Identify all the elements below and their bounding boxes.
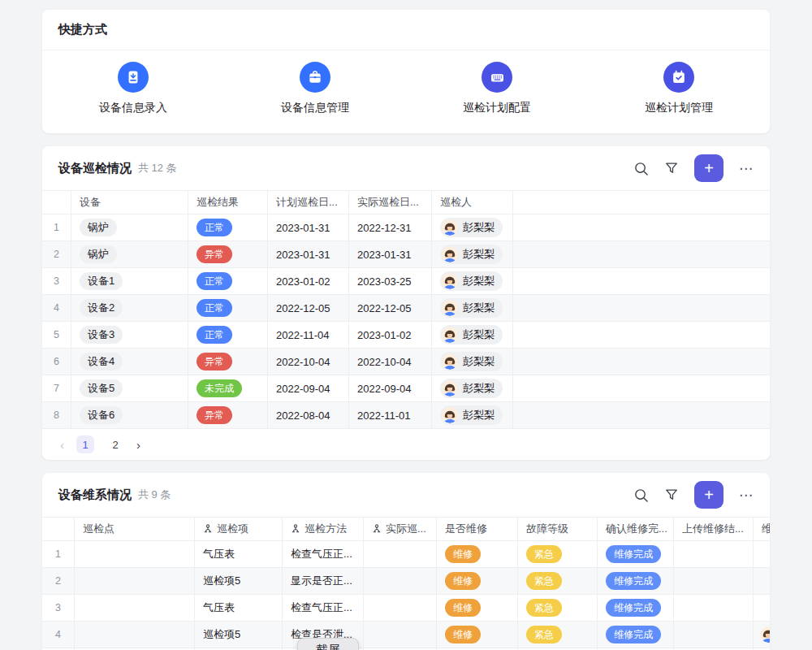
item-cell[interactable]: 气压表 (195, 595, 283, 621)
column-header-level[interactable]: 故障等级 (518, 518, 598, 540)
table-row[interactable]: 4 巡检项5 检查是否泄... 维修 紧急 维修完成 (42, 622, 770, 648)
table-row[interactable]: 6 设备4 异常 2022-10-04 2022-10-04 彭梨梨 (42, 349, 770, 375)
device-cell[interactable]: 设备5 (71, 375, 188, 401)
actual-date-cell[interactable]: 2022-12-31 (349, 214, 432, 240)
column-header-point[interactable]: 巡检点 (75, 518, 195, 540)
confirm-cell[interactable]: 维修完成 (598, 541, 674, 567)
actual-cell[interactable] (364, 568, 437, 594)
next-page-button[interactable]: › (136, 438, 140, 452)
more-button[interactable]: ⋯ (739, 487, 754, 504)
shortcut-item-device-entry[interactable]: 设备信息录入 (42, 62, 224, 115)
planned-date-cell[interactable]: 2023-01-31 (268, 214, 349, 240)
point-cell[interactable] (75, 595, 195, 621)
actual-date-cell[interactable]: 2022-09-04 (349, 375, 432, 401)
column-header-planned[interactable]: 计划巡检日... (268, 191, 349, 214)
column-header-inspector[interactable]: 巡检人 (432, 191, 513, 214)
level-cell[interactable]: 紧急 (518, 595, 598, 621)
planned-date-cell[interactable]: 2023-01-02 (268, 268, 349, 294)
column-header-actual[interactable]: 实际巡检日... (349, 191, 432, 214)
result-cell[interactable]: 正常 (188, 268, 268, 294)
device-cell[interactable]: 设备3 (71, 322, 188, 348)
item-cell[interactable]: 气压表 (195, 541, 283, 567)
confirm-cell[interactable]: 维修完成 (598, 568, 674, 594)
table-row[interactable]: 3 设备1 正常 2023-01-02 2023-03-25 彭梨梨 (42, 268, 770, 295)
column-header-upload[interactable]: 上传维修结... (674, 518, 754, 540)
result-cell[interactable]: 异常 (188, 402, 268, 428)
column-header-method[interactable]: 巡检方法 (283, 518, 364, 540)
table-row[interactable]: 1 锅炉 正常 2023-01-31 2022-12-31 彭梨梨 (42, 214, 770, 241)
search-button[interactable] (633, 488, 649, 503)
table-row[interactable]: 5 设备3 正常 2022-11-04 2023-01-02 彭梨梨 (42, 322, 770, 349)
inspector-cell[interactable]: 彭梨梨 (432, 322, 513, 348)
actual-date-cell[interactable]: 2023-03-25 (349, 268, 432, 294)
planned-date-cell[interactable]: 2022-09-04 (268, 375, 349, 401)
device-cell[interactable]: 设备1 (71, 268, 188, 294)
result-cell[interactable]: 异常 (188, 241, 268, 267)
planned-date-cell[interactable]: 2022-11-04 (268, 322, 349, 348)
upload-cell[interactable] (674, 568, 754, 594)
inspector-cell[interactable]: 彭梨梨 (432, 214, 513, 240)
filter-button[interactable] (664, 488, 679, 502)
device-cell[interactable]: 设备4 (71, 349, 188, 375)
device-cell[interactable]: 设备6 (71, 402, 188, 428)
table-row[interactable]: 2 巡检项5 显示是否正... 维修 紧急 维修完成 (42, 568, 770, 595)
actual-cell[interactable] (364, 622, 437, 648)
actual-cell[interactable] (364, 595, 437, 621)
extra-cell[interactable] (754, 595, 770, 621)
column-header-item[interactable]: 巡检项 (195, 518, 283, 540)
level-cell[interactable]: 紧急 (518, 541, 598, 567)
inspector-cell[interactable]: 彭梨梨 (432, 402, 513, 428)
shortcut-item-plan-config[interactable]: 巡检计划配置 (406, 62, 588, 115)
upload-cell[interactable] (674, 595, 754, 621)
table-row[interactable]: 3 气压表 检查气压正... 维修 紧急 维修完成 (42, 595, 770, 622)
repair-cell[interactable]: 维修 (437, 595, 518, 621)
add-record-button[interactable]: + (694, 481, 723, 509)
planned-date-cell[interactable]: 2022-10-04 (268, 349, 349, 375)
upload-cell[interactable] (674, 622, 754, 648)
planned-date-cell[interactable]: 2023-01-31 (268, 241, 349, 267)
inspector-cell[interactable]: 彭梨梨 (432, 295, 513, 321)
device-cell[interactable]: 锅炉 (71, 241, 188, 267)
result-cell[interactable]: 异常 (188, 349, 268, 375)
planned-date-cell[interactable]: 2022-12-05 (268, 295, 349, 321)
confirm-cell[interactable]: 维修完成 (598, 622, 674, 648)
item-cell[interactable]: 巡检项5 (195, 568, 283, 594)
column-header-repair[interactable]: 是否维修 (437, 518, 518, 540)
column-header-device[interactable]: 设备 (71, 191, 188, 214)
table-row[interactable]: 7 设备5 未完成 2022-09-04 2022-09-04 彭梨梨 (42, 375, 770, 402)
filter-button[interactable] (664, 161, 679, 176)
actual-date-cell[interactable]: 2022-12-05 (349, 295, 432, 321)
actual-date-cell[interactable]: 2022-11-01 (349, 402, 432, 428)
result-cell[interactable]: 正常 (188, 322, 268, 348)
column-header-actual[interactable]: 实际巡... (364, 518, 437, 540)
result-cell[interactable]: 正常 (188, 214, 268, 240)
actual-cell[interactable] (364, 541, 437, 567)
page-1-button[interactable]: 1 (76, 436, 94, 453)
repair-cell[interactable]: 维修 (437, 568, 518, 594)
level-cell[interactable]: 紧急 (518, 622, 598, 648)
table-row[interactable]: 2 锅炉 异常 2023-01-31 2023-01-31 彭梨梨 (42, 241, 770, 268)
point-cell[interactable] (75, 568, 195, 594)
planned-date-cell[interactable]: 2022-08-04 (268, 402, 349, 428)
add-record-button[interactable]: + (694, 154, 723, 182)
column-header-clipped[interactable]: 维 (754, 518, 770, 540)
device-cell[interactable]: 锅炉 (71, 214, 188, 240)
level-cell[interactable]: 紧急 (518, 568, 598, 594)
actual-date-cell[interactable]: 2023-01-02 (349, 322, 432, 348)
method-cell[interactable]: 显示是否正... (283, 568, 364, 594)
page-2-button[interactable]: 2 (106, 436, 124, 453)
inspector-cell[interactable]: 彭梨梨 (432, 375, 513, 401)
extra-cell[interactable] (754, 541, 770, 567)
search-button[interactable] (633, 161, 649, 176)
result-cell[interactable]: 未完成 (188, 375, 268, 401)
actual-date-cell[interactable]: 2023-01-31 (349, 241, 432, 267)
point-cell[interactable] (75, 541, 195, 567)
method-cell[interactable]: 检查气压正... (283, 541, 364, 567)
inspector-cell[interactable]: 彭梨梨 (432, 241, 513, 267)
point-cell[interactable] (75, 622, 195, 648)
upload-cell[interactable] (674, 541, 754, 567)
repair-cell[interactable]: 维修 (437, 541, 518, 567)
table-row[interactable]: 1 气压表 检查气压正... 维修 紧急 维修完成 (42, 541, 770, 568)
confirm-cell[interactable]: 维修完成 (598, 595, 674, 621)
shortcut-item-plan-manage[interactable]: 巡检计划管理 (588, 62, 770, 115)
